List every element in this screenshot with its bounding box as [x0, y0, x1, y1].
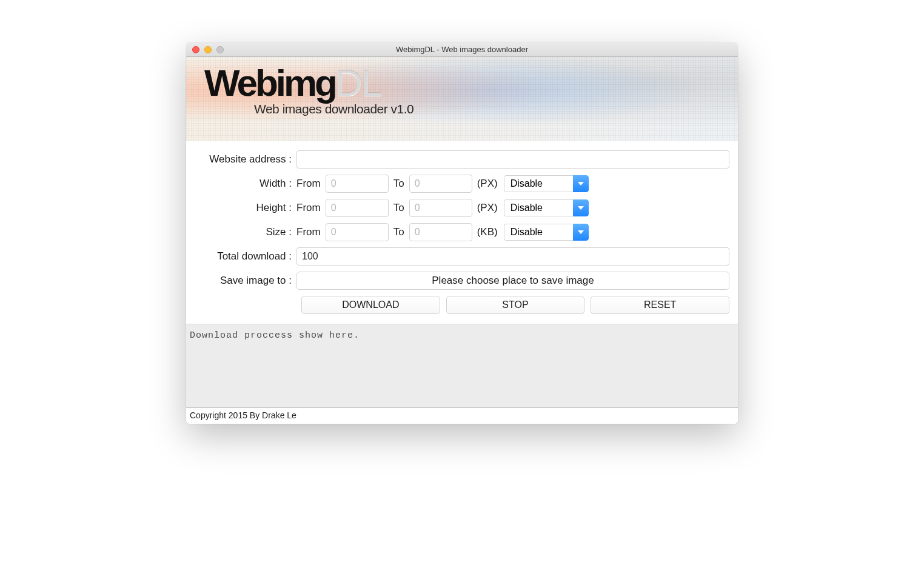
footer-copyright: Copyright 2015 By Drake Le — [186, 407, 738, 424]
app-logo: WebimgDL — [204, 64, 720, 102]
app-window: WebimgDL - Web images downloader WebimgD… — [186, 42, 738, 424]
size-to-input[interactable] — [409, 223, 472, 241]
website-input[interactable] — [296, 150, 729, 169]
chevron-down-icon — [573, 224, 589, 241]
width-to-label: To — [393, 178, 404, 190]
chevron-down-icon — [573, 199, 589, 216]
size-from-input[interactable] — [326, 223, 389, 241]
row-total: Total download : — [195, 247, 729, 266]
width-from-input[interactable] — [326, 175, 389, 193]
size-label: Size : — [195, 226, 296, 238]
width-select[interactable]: Disable — [504, 175, 589, 192]
logo-text-primary: Webimg — [204, 62, 335, 104]
size-from-label: From — [296, 226, 321, 238]
stop-button[interactable]: STOP — [446, 296, 585, 314]
height-label: Height : — [195, 202, 296, 214]
width-unit: (PX) — [477, 178, 499, 190]
close-icon[interactable] — [192, 46, 199, 53]
width-to-input[interactable] — [409, 175, 472, 193]
total-input[interactable] — [296, 247, 729, 266]
titlebar: WebimgDL - Web images downloader — [186, 42, 738, 57]
size-unit: (KB) — [477, 226, 499, 238]
height-select-value: Disable — [504, 199, 573, 216]
window-title: WebimgDL - Web images downloader — [186, 45, 738, 54]
save-label: Save image to : — [195, 275, 296, 287]
row-height: Height : From To (PX) Disable — [195, 199, 729, 217]
chevron-down-icon — [573, 175, 589, 192]
height-from-label: From — [296, 202, 321, 214]
logo-text-secondary: DL — [335, 62, 381, 104]
height-to-input[interactable] — [409, 199, 472, 217]
log-output: Download proccess show here. — [186, 324, 738, 407]
website-label: Website address : — [195, 153, 296, 166]
row-size: Size : From To (KB) Disable — [195, 223, 729, 241]
size-to-label: To — [393, 226, 404, 238]
width-from-label: From — [296, 178, 321, 190]
width-select-value: Disable — [504, 175, 573, 192]
height-from-input[interactable] — [326, 199, 389, 217]
total-label: Total download : — [195, 250, 296, 263]
reset-button[interactable]: RESET — [591, 296, 729, 314]
minimize-icon[interactable] — [204, 46, 212, 53]
choose-save-location-button[interactable]: Please choose place to save image — [296, 272, 729, 290]
app-banner: WebimgDL Web images downloader v1.0 — [186, 57, 738, 141]
height-to-label: To — [393, 202, 404, 214]
size-select[interactable]: Disable — [504, 224, 589, 241]
app-subtitle: Web images downloader v1.0 — [254, 102, 720, 116]
download-button[interactable]: DOWNLOAD — [301, 296, 440, 314]
row-width: Width : From To (PX) Disable — [195, 175, 729, 193]
height-select[interactable]: Disable — [504, 199, 589, 216]
action-row: DOWNLOAD STOP RESET — [301, 296, 729, 314]
height-unit: (PX) — [477, 202, 499, 214]
maximize-icon — [216, 46, 224, 53]
width-label: Width : — [195, 178, 296, 190]
size-select-value: Disable — [504, 224, 573, 241]
window-controls — [186, 46, 224, 53]
row-website: Website address : — [195, 150, 729, 169]
form-area: Website address : Width : From To (PX) D… — [186, 141, 738, 324]
row-save: Save image to : Please choose place to s… — [195, 272, 729, 290]
